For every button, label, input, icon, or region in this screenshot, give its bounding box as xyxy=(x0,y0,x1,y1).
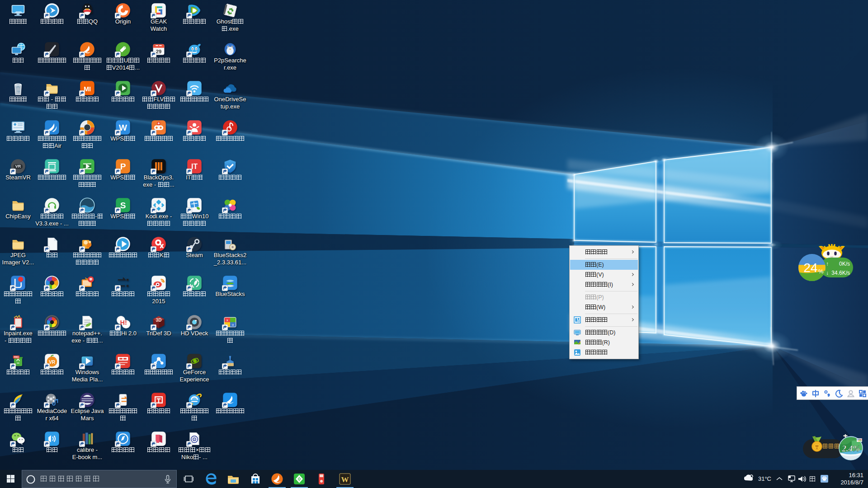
svg-text:S: S xyxy=(120,201,126,210)
svg-text:34.6K/s: 34.6K/s xyxy=(831,270,850,276)
svg-text:↑: ↑ xyxy=(826,261,829,267)
svg-text:3D: 3D xyxy=(156,318,162,323)
svg-text:0K/s: 0K/s xyxy=(839,261,850,267)
svg-text:VR: VR xyxy=(15,164,21,169)
svg-text:29: 29 xyxy=(156,49,162,54)
svg-text:o: o xyxy=(232,323,234,327)
svg-text:↓: ↓ xyxy=(826,270,829,276)
svg-text:H!: H! xyxy=(120,319,127,326)
svg-text:2.4%: 2.4% xyxy=(841,444,860,453)
svg-text:x: x xyxy=(226,318,228,322)
svg-text:%: % xyxy=(818,268,824,275)
svg-text:IT: IT xyxy=(191,163,198,170)
svg-text:24: 24 xyxy=(803,261,817,275)
svg-text:VR: VR xyxy=(49,360,56,365)
svg-text:W: W xyxy=(341,475,349,484)
svg-text:P: P xyxy=(120,162,126,171)
svg-text:46G: 46G xyxy=(14,355,19,358)
